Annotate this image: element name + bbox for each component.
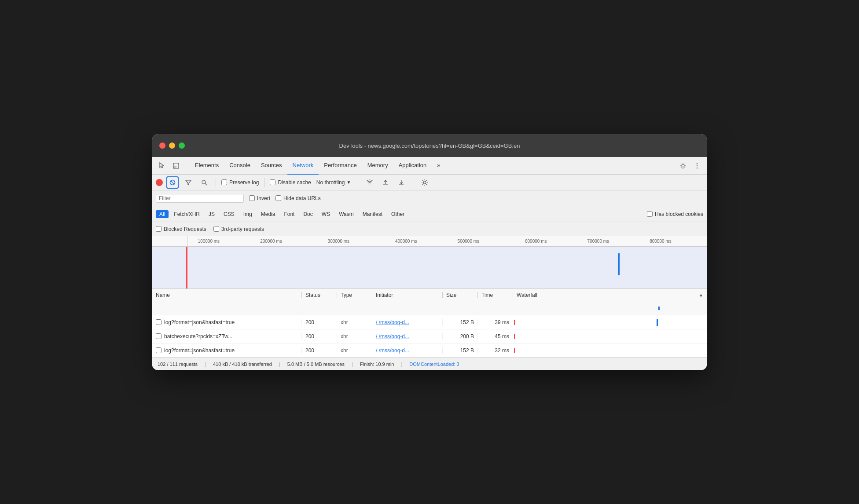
hide-data-urls-checkbox[interactable] (275, 195, 281, 201)
table-row-placeholder[interactable] (152, 301, 707, 315)
record-button[interactable] (156, 179, 163, 186)
type-filter-wasm[interactable]: Wasm (335, 210, 357, 218)
preserve-log-checkbox[interactable] (221, 179, 227, 185)
tab-application[interactable]: Application (393, 157, 432, 175)
statusbar: 102 / 111 requests | 410 kB / 410 kB tra… (152, 358, 707, 370)
row-checkbox-0[interactable] (156, 319, 162, 325)
tab-network[interactable]: Network (287, 157, 319, 175)
tab-elements[interactable]: Elements (190, 157, 224, 175)
tab-sources[interactable]: Sources (256, 157, 287, 175)
pointer-icon-btn[interactable] (156, 160, 168, 172)
filter-input-wrap[interactable] (156, 194, 244, 203)
td-status-0: 200 (302, 319, 337, 325)
statusbar-sep3: | (352, 362, 353, 367)
table-row-0[interactable]: log?format=json&hasfast=true 200 xhr / /… (152, 315, 707, 329)
network-settings-icon-btn[interactable] (418, 176, 431, 189)
td-time-0: 39 ms (478, 319, 513, 325)
type-filter-css[interactable]: CSS (220, 210, 238, 218)
waterfall-bar-blue-0 (657, 319, 658, 326)
table-header: Name Status Type Initiator Size Time (152, 289, 707, 301)
row-checkbox-2[interactable] (156, 347, 162, 353)
toolbar-separator (216, 178, 216, 187)
search-icon-btn[interactable] (198, 176, 210, 189)
blocked-requests-checkbox-label[interactable]: Blocked Requests (156, 226, 206, 232)
td-initiator-0[interactable]: / /mss/boq-d... (372, 319, 443, 325)
hide-data-urls-checkbox-label[interactable]: Hide data URLs (275, 195, 321, 201)
timeline-header-spacer (152, 236, 187, 246)
td-waterfall-0 (513, 315, 707, 329)
td-initiator-2[interactable]: / /mss/boq-d... (372, 347, 443, 354)
filter-icon-btn[interactable] (182, 176, 195, 189)
waterfall-bar-red-0 (514, 320, 515, 325)
preserve-log-checkbox-label[interactable]: Preserve log (221, 179, 259, 186)
table-row-1[interactable]: batchexecute?rpcids=xZTw... 200 xhr / /m… (152, 329, 707, 343)
tab-memory[interactable]: Memory (362, 157, 393, 175)
type-filter-img[interactable]: Img (240, 210, 256, 218)
more-tabs-btn[interactable]: » (432, 157, 445, 175)
timeline-mark-6: 600000 ms (525, 239, 547, 244)
timeline-header: 100000 ms 200000 ms 300000 ms 400000 ms … (152, 236, 707, 247)
network-toolbar: Preserve log Disable cache No throttling… (152, 175, 707, 190)
type-filter-fetch-xhr[interactable]: Fetch/XHR (170, 210, 203, 218)
wifi-icon-btn[interactable] (363, 176, 376, 189)
type-filter-font[interactable]: Font (280, 210, 298, 218)
blocked-requests-checkbox[interactable] (156, 226, 162, 232)
tab-performance[interactable]: Performance (319, 157, 362, 175)
invert-checkbox-label[interactable]: Invert (249, 195, 270, 201)
maximize-button[interactable] (179, 142, 185, 149)
svg-point-4 (697, 165, 697, 166)
tab-bar: Elements Console Sources Network Perform… (152, 157, 707, 175)
more-options-icon-btn[interactable] (691, 160, 703, 172)
settings-icon-btn[interactable] (677, 160, 689, 172)
disable-cache-checkbox[interactable] (270, 179, 275, 185)
clear-button[interactable] (166, 176, 179, 189)
td-name-1: batchexecute?rpcids=xZTw... (152, 333, 302, 340)
svg-line-9 (205, 183, 207, 185)
td-initiator-1[interactable]: / /mss/boq-d... (372, 333, 443, 340)
type-filter-ws[interactable]: WS (318, 210, 334, 218)
throttle-select[interactable]: No throttling ▼ (315, 179, 353, 186)
statusbar-resources: 5.0 MB / 5.0 MB resources (287, 362, 345, 367)
requests-table: Name Status Type Initiator Size Time (152, 289, 707, 358)
statusbar-finish: Finish: 10.9 min (360, 362, 394, 367)
download-icon-btn[interactable] (395, 176, 407, 189)
has-blocked-cookies-checkbox[interactable] (647, 211, 653, 217)
invert-checkbox[interactable] (249, 195, 255, 201)
type-filter-media[interactable]: Media (257, 210, 279, 218)
throttle-chevron-icon: ▼ (346, 180, 351, 185)
type-filter-js[interactable]: JS (205, 210, 218, 218)
statusbar-domcontentloaded: DOMContentLoaded: 3 (409, 362, 459, 367)
window-title: DevTools - news.google.com/topstories?hl… (339, 142, 520, 149)
timeline-marks: 100000 ms 200000 ms 300000 ms 400000 ms … (187, 236, 707, 246)
sort-icon: ▲ (699, 292, 703, 297)
td-status-1: 200 (302, 333, 337, 340)
svg-point-5 (697, 167, 697, 168)
td-time-2: 32 ms (478, 347, 513, 354)
type-filter-doc[interactable]: Doc (300, 210, 316, 218)
minimize-button[interactable] (169, 142, 175, 149)
has-blocked-cookies-label: Has blocked cookies (647, 211, 703, 217)
upload-icon-btn[interactable] (379, 176, 392, 189)
row-checkbox-1[interactable] (156, 333, 162, 339)
third-party-checkbox-label[interactable]: 3rd-party requests (213, 226, 264, 232)
td-name-0: log?format=json&hasfast=true (152, 319, 302, 325)
timeline-mark-7: 700000 ms (587, 239, 609, 244)
th-type: Type (337, 292, 372, 298)
th-size: Size (443, 292, 478, 298)
statusbar-sep2: | (279, 362, 280, 367)
type-filter-all[interactable]: All (156, 210, 169, 218)
th-waterfall[interactable]: Waterfall ▲ (513, 292, 707, 298)
disable-cache-checkbox-label[interactable]: Disable cache (270, 179, 311, 186)
third-party-checkbox[interactable] (213, 226, 219, 232)
filter-input[interactable] (159, 195, 241, 201)
timeline-graph (187, 247, 707, 289)
svg-rect-1 (173, 166, 176, 168)
type-filter-other[interactable]: Other (388, 210, 408, 218)
close-button[interactable] (159, 142, 165, 149)
dock-icon-btn[interactable] (170, 160, 182, 172)
table-row-2[interactable]: log?format=json&hasfast=true 200 xhr / /… (152, 343, 707, 358)
td-status-2: 200 (302, 347, 337, 354)
svg-point-14 (423, 181, 426, 184)
tab-console[interactable]: Console (224, 157, 256, 175)
type-filter-manifest[interactable]: Manifest (359, 210, 386, 218)
